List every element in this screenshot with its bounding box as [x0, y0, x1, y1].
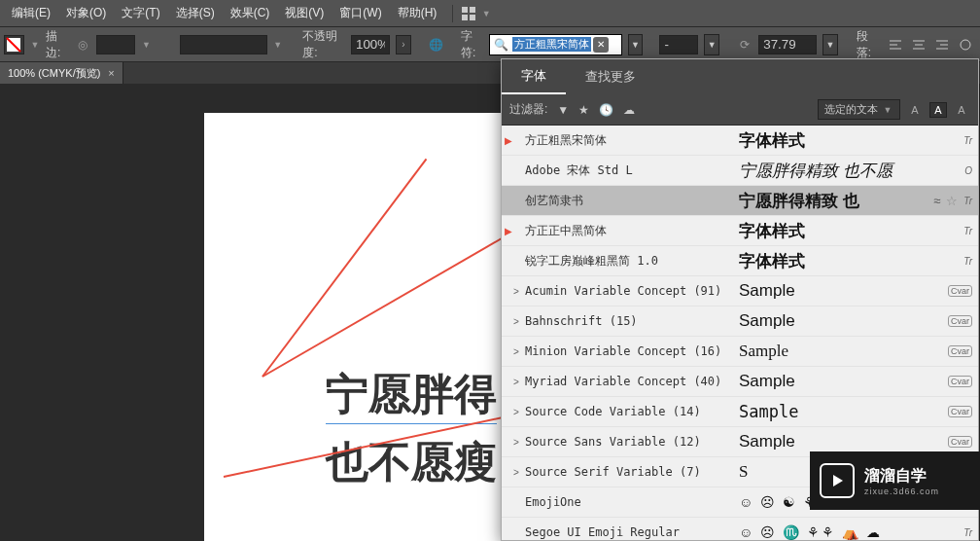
font-type-badge: Cvar	[948, 406, 972, 417]
chevron-down-icon: ▼	[882, 104, 893, 116]
font-preview: 宁愿胖得精致 也	[739, 190, 914, 212]
font-preview: 字体样式	[739, 250, 914, 272]
expand-toggle[interactable]: >	[508, 316, 525, 327]
workspace-switcher[interactable]: ▼	[461, 6, 492, 21]
font-row-icons: Cvar	[914, 376, 972, 387]
menubar: 编辑(E) 对象(O) 文字(T) 选择(S) 效果(C) 视图(V) 窗口(W…	[0, 0, 980, 27]
font-row[interactable]: >Acumin Variable Concept (91)SampleCvar	[502, 276, 978, 307]
font-name: 锐字工房巅峰粗黑简 1.0	[525, 253, 739, 270]
align-center-button[interactable]	[908, 34, 929, 55]
font-row-icons: Cvar	[914, 436, 972, 448]
font-name: Adobe 宋体 Std L	[525, 162, 739, 179]
canvas-text-line2[interactable]: 也不愿瘦	[326, 434, 497, 491]
font-search-value: 方正粗黑宋简体	[512, 37, 591, 52]
expand-toggle[interactable]: >	[508, 467, 525, 478]
fill-swatch[interactable]	[4, 35, 24, 54]
font-row[interactable]: >Source Code Variable (14)SampleCvar	[502, 397, 978, 427]
font-name: Segoe UI Emoji Regular	[525, 525, 739, 539]
expand-toggle[interactable]: >	[508, 437, 525, 448]
font-row-icons: ≈☆	[914, 194, 972, 208]
font-type-badge: Cvar	[948, 436, 972, 448]
opacity-more-button[interactable]: ›	[396, 35, 411, 54]
menu-object[interactable]: 对象(O)	[58, 1, 114, 25]
font-name: 方正正中黑简体	[525, 223, 739, 239]
align-justify-button[interactable]	[955, 34, 976, 55]
options-bar: ▼ 描边: ◎ ▼ ▼ 不透明度: › 🌐 字符: 🔍 方正粗黑宋简体 ✕ ▼ …	[0, 27, 980, 62]
font-search-field[interactable]: 🔍 方正粗黑宋简体 ✕	[489, 34, 622, 55]
annotation-marker: ▶	[505, 226, 512, 236]
opacity-input[interactable]	[351, 35, 390, 54]
stroke-profile-input[interactable]	[180, 35, 267, 54]
watermark-title: 溜溜自学	[864, 466, 939, 487]
chevron-down-icon[interactable]: ▼	[30, 39, 40, 51]
font-row[interactable]: Adobe 宋体 Std L宁愿胖得精致 也不愿	[502, 156, 978, 186]
preview-size-medium[interactable]: A	[929, 102, 947, 118]
chevron-down-icon[interactable]: ▼	[273, 39, 283, 51]
close-icon[interactable]: ×	[108, 67, 114, 79]
font-type-badge	[963, 226, 972, 236]
font-name: Myriad Variable Concept (40)	[525, 375, 739, 388]
font-type-badge	[963, 527, 972, 538]
font-preview: ☺ ☹ ♏ ⚘⚘ ⛺ ☁	[739, 524, 914, 540]
font-preview: Sample	[739, 281, 914, 301]
font-row[interactable]: ▶方正正中黑简体字体样式	[502, 216, 978, 246]
preview-size-large[interactable]: A	[953, 102, 970, 118]
menu-view[interactable]: 视图(V)	[277, 1, 332, 25]
menu-text[interactable]: 文字(T)	[114, 1, 167, 25]
font-row[interactable]: 创艺简隶书宁愿胖得精致 也≈☆	[502, 186, 978, 216]
font-style-input[interactable]	[659, 35, 698, 54]
cloud-sync-icon[interactable]: ☁	[623, 103, 635, 117]
font-row[interactable]: 锐字工房巅峰粗黑简 1.0字体样式	[502, 246, 978, 276]
tab-fonts[interactable]: 字体	[502, 59, 566, 94]
svg-point-13	[961, 40, 970, 50]
font-preview: 字体样式	[739, 220, 914, 242]
para-align-group	[885, 34, 976, 55]
search-icon: 🔍	[494, 38, 508, 52]
no-color-icon	[7, 38, 20, 52]
document-tab[interactable]: 100% (CMYK/预览) ×	[0, 62, 123, 84]
font-preview: Sample	[739, 432, 914, 451]
expand-toggle[interactable]: >	[508, 377, 525, 387]
filter-funnel-icon[interactable]: ▼	[557, 103, 569, 117]
preview-size-small[interactable]: A	[906, 102, 924, 118]
align-left-button[interactable]	[885, 34, 906, 55]
font-type-badge: Cvar	[948, 315, 972, 327]
tab-find-more[interactable]: 查找更多	[566, 59, 655, 94]
font-row-icons: Cvar	[914, 406, 972, 417]
font-size-input[interactable]	[758, 35, 817, 54]
font-row[interactable]: ▶方正粗黑宋简体字体样式	[502, 126, 978, 156]
expand-toggle[interactable]: >	[508, 407, 525, 417]
font-type-badge: Cvar	[948, 285, 972, 297]
globe-icon[interactable]: 🌐	[428, 35, 444, 54]
similar-icon[interactable]: ≈	[933, 194, 940, 208]
font-row[interactable]: >Minion Variable Concept (16)SampleCvar	[502, 337, 978, 367]
align-right-button[interactable]	[931, 34, 953, 55]
font-panel-toolbar: 过滤器: ▼ ★ 🕓 ☁ 选定的文本 ▼ A A A	[502, 94, 978, 126]
menu-help[interactable]: 帮助(H)	[390, 1, 445, 25]
menu-edit[interactable]: 编辑(E)	[4, 1, 58, 25]
font-dropdown-button[interactable]: ▼	[628, 34, 644, 55]
favorite-star-icon[interactable]: ☆	[946, 194, 958, 208]
font-row-icons	[914, 527, 972, 538]
stroke-weight-input[interactable]	[96, 35, 135, 54]
menu-window[interactable]: 窗口(W)	[332, 1, 389, 25]
font-type-badge: Cvar	[948, 376, 972, 387]
font-preview: Sample	[739, 372, 914, 391]
font-row[interactable]: >Myriad Variable Concept (40)SampleCvar	[502, 367, 978, 397]
menu-select[interactable]: 选择(S)	[168, 1, 223, 25]
menu-effect[interactable]: 效果(C)	[223, 1, 278, 25]
recent-clock-icon[interactable]: 🕓	[599, 103, 613, 117]
font-row[interactable]: Segoe UI Emoji Regular☺ ☹ ♏ ⚘⚘ ⛺ ☁	[502, 518, 978, 540]
clear-icon[interactable]: ✕	[593, 37, 609, 53]
expand-toggle[interactable]: >	[508, 346, 525, 357]
canvas-text-line1[interactable]: 宁愿胖得	[326, 366, 497, 424]
font-row[interactable]: >Bahnschrift (15)SampleCvar	[502, 307, 978, 337]
preview-text-dropdown[interactable]: 选定的文本 ▼	[818, 99, 900, 120]
font-size-dropdown[interactable]: ▼	[822, 34, 838, 55]
chevron-down-icon[interactable]: ▼	[141, 39, 151, 51]
font-preview: Sample	[739, 311, 914, 331]
svg-rect-0	[462, 7, 468, 13]
font-style-dropdown[interactable]: ▼	[704, 34, 719, 55]
expand-toggle[interactable]: >	[508, 286, 525, 297]
favorites-star-icon[interactable]: ★	[578, 103, 589, 117]
